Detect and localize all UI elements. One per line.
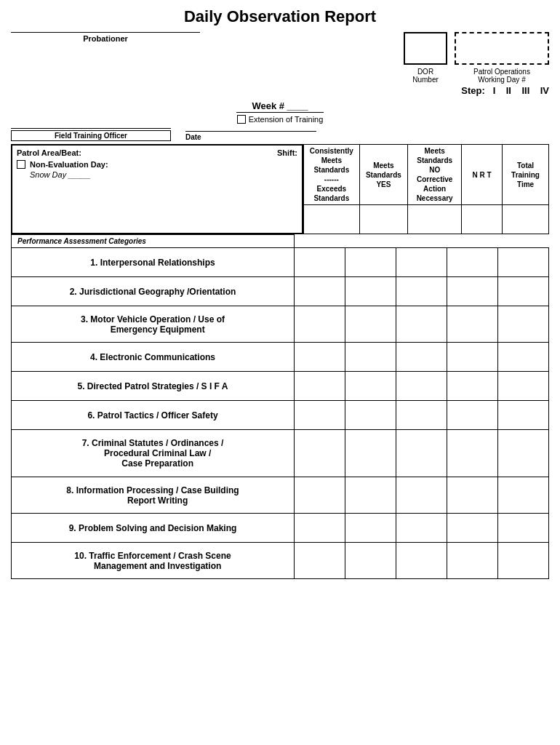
probationer-line xyxy=(11,32,200,33)
row-1-no-corrective[interactable] xyxy=(396,248,447,277)
category-cell-9: 9. Problem Solving and Decision Making xyxy=(12,514,295,543)
patrol-shift-total[interactable] xyxy=(503,205,549,234)
patrol-shift-meets[interactable] xyxy=(359,205,407,234)
row-2-no-corrective[interactable] xyxy=(396,277,447,306)
row-10-meets[interactable] xyxy=(345,543,396,579)
non-eval-label: Non-Evaluation Day: xyxy=(30,160,108,169)
row-5-no-corrective[interactable] xyxy=(396,372,447,401)
row-10-nrt[interactable] xyxy=(447,543,498,579)
row-5-meets[interactable] xyxy=(345,372,396,401)
category-header: Performance Assessment Categories xyxy=(12,235,295,248)
row-9-nrt[interactable] xyxy=(447,514,498,543)
table-row: 2. Jurisdictional Geography /Orientation xyxy=(12,277,549,306)
row-2-meets[interactable] xyxy=(345,277,396,306)
row-4-consistently[interactable] xyxy=(295,343,345,372)
row-7-total[interactable] xyxy=(498,430,549,477)
category-cell-8: 8. Information Processing / Case Buildin… xyxy=(12,477,295,514)
row-7-no-corrective[interactable] xyxy=(396,430,447,477)
row-6-nrt[interactable] xyxy=(447,401,498,430)
row-8-no-corrective[interactable] xyxy=(396,477,447,514)
table-row: 4. Electronic Communications xyxy=(12,343,549,372)
row-5-consistently[interactable] xyxy=(295,372,345,401)
row-2-total[interactable] xyxy=(498,277,549,306)
row-2-nrt[interactable] xyxy=(447,277,498,306)
non-eval-checkbox[interactable] xyxy=(17,160,25,169)
dor-number-box[interactable] xyxy=(404,32,447,65)
row-8-meets[interactable] xyxy=(345,477,396,514)
row-9-meets[interactable] xyxy=(345,514,396,543)
step-label: Step: xyxy=(461,85,485,96)
row-4-nrt[interactable] xyxy=(447,343,498,372)
row-8-total[interactable] xyxy=(498,477,549,514)
row-8-nrt[interactable] xyxy=(447,477,498,514)
dor-number-label: DORNumber xyxy=(404,68,447,84)
patrol-operations-box[interactable] xyxy=(455,32,549,65)
row-10-total[interactable] xyxy=(498,543,549,579)
category-cell-4: 4. Electronic Communications xyxy=(12,343,295,372)
table-row: 7. Criminal Statutes / Ordinances / Proc… xyxy=(12,430,549,477)
row-9-total[interactable] xyxy=(498,514,549,543)
row-3-total[interactable] xyxy=(498,306,549,343)
row-10-consistently[interactable] xyxy=(295,543,345,579)
category-cell-3: 3. Motor Vehicle Operation / Use of Emer… xyxy=(12,306,295,343)
header-consistently: ConsistentlyMeetsStandards------ExceedsS… xyxy=(304,145,360,205)
snow-day-label: Snow Day _____ xyxy=(30,170,297,179)
row-1-consistently[interactable] xyxy=(295,248,345,277)
row-7-nrt[interactable] xyxy=(447,430,498,477)
row-6-meets[interactable] xyxy=(345,401,396,430)
row-5-nrt[interactable] xyxy=(447,372,498,401)
category-cell-5: 5. Directed Patrol Strategies / S I F A xyxy=(12,372,295,401)
patrol-shift-box: Patrol Area/Beat: Shift: Non-Evaluation … xyxy=(11,144,303,234)
row-4-no-corrective[interactable] xyxy=(396,343,447,372)
table-row: 3. Motor Vehicle Operation / Use of Emer… xyxy=(12,306,549,343)
date-label: Date xyxy=(185,133,316,141)
row-3-nrt[interactable] xyxy=(447,306,498,343)
row-1-total[interactable] xyxy=(498,248,549,277)
row-5-total[interactable] xyxy=(498,372,549,401)
row-3-no-corrective[interactable] xyxy=(396,306,447,343)
header-total: TotalTrainingTime xyxy=(503,145,549,205)
row-9-no-corrective[interactable] xyxy=(396,514,447,543)
row-3-consistently[interactable] xyxy=(295,306,345,343)
category-cell-10: 10. Traffic Enforcement / Crash Scene Ma… xyxy=(12,543,295,579)
patrol-shift-nrt[interactable] xyxy=(462,205,503,234)
row-4-meets[interactable] xyxy=(345,343,396,372)
shift-label: Shift: xyxy=(277,148,297,157)
category-cell-6: 6. Patrol Tactics / Officer Safety xyxy=(12,401,295,430)
header-nrt: N R T xyxy=(462,145,503,205)
category-cell-2: 2. Jurisdictional Geography /Orientation xyxy=(12,277,295,306)
table-row: 1. Interpersonal Relationships xyxy=(12,248,549,277)
probationer-label: Probationer xyxy=(11,34,200,43)
assessment-table: Performance Assessment Categories 1. Int… xyxy=(11,234,549,579)
table-row: 5. Directed Patrol Strategies / S I F A xyxy=(12,372,549,401)
row-4-total[interactable] xyxy=(498,343,549,372)
row-6-consistently[interactable] xyxy=(295,401,345,430)
header-meets: MeetsStandardsYES xyxy=(359,145,407,205)
row-8-consistently[interactable] xyxy=(295,477,345,514)
row-1-nrt[interactable] xyxy=(447,248,498,277)
fto-line xyxy=(11,128,171,129)
row-10-no-corrective[interactable] xyxy=(396,543,447,579)
extension-checkbox[interactable] xyxy=(237,115,246,124)
row-6-total[interactable] xyxy=(498,401,549,430)
category-cell-1: 1. Interpersonal Relationships xyxy=(12,248,295,277)
row-1-meets[interactable] xyxy=(345,248,396,277)
patrol-operations-label: Patrol OperationsWorking Day # xyxy=(455,68,549,84)
patrol-shift-no-corrective[interactable] xyxy=(408,205,462,234)
row-7-meets[interactable] xyxy=(345,430,396,477)
patrol-area-label: Patrol Area/Beat: xyxy=(17,148,81,157)
row-9-consistently[interactable] xyxy=(295,514,345,543)
row-2-consistently[interactable] xyxy=(295,277,345,306)
step-row: Step: I II III IV xyxy=(461,85,549,96)
patrol-shift-consistently[interactable] xyxy=(304,205,360,234)
category-cell-7: 7. Criminal Statutes / Ordinances / Proc… xyxy=(12,430,295,477)
extension-label: Extension of Training xyxy=(249,115,324,124)
row-7-consistently[interactable] xyxy=(295,430,345,477)
table-row: 6. Patrol Tactics / Officer Safety xyxy=(12,401,549,430)
row-6-no-corrective[interactable] xyxy=(396,401,447,430)
date-line xyxy=(185,131,316,132)
header-no-corrective: MeetsStandardsNOCorrectiveActionNecessar… xyxy=(408,145,462,205)
table-row: 9. Problem Solving and Decision Making xyxy=(12,514,549,543)
row-3-meets[interactable] xyxy=(345,306,396,343)
table-row: 8. Information Processing / Case Buildin… xyxy=(12,477,549,514)
